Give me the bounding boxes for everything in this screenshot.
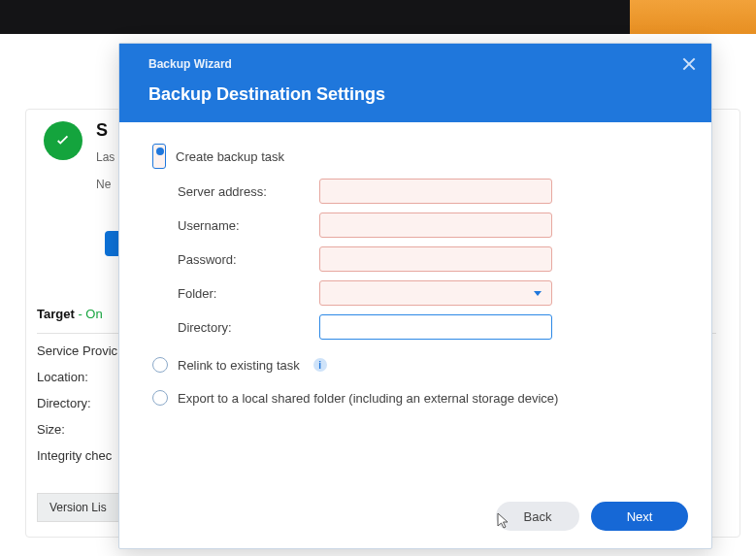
label-folder: Folder: — [178, 286, 319, 301]
radio-icon[interactable] — [152, 390, 168, 406]
version-list-button[interactable]: Version Lis — [37, 493, 119, 522]
top-bar-accent — [630, 0, 756, 34]
target-status: - On — [78, 307, 102, 321]
modal-footer: Back Next — [119, 488, 711, 548]
option-export[interactable]: Export to a local shared folder (includi… — [152, 390, 682, 406]
target-label: Target — [37, 307, 75, 321]
modal-body: Create backup task Server address: Usern… — [119, 122, 711, 488]
backup-wizard-modal: Backup Wizard Backup Destination Setting… — [118, 43, 712, 549]
window-top-bar — [0, 0, 756, 34]
task-status: S Las Ne — [44, 121, 115, 193]
success-icon — [44, 121, 82, 160]
option-relink-label: Relink to existing task — [178, 358, 300, 373]
info-icon[interactable]: i — [313, 358, 327, 372]
option-export-label: Export to a local shared folder (includi… — [178, 391, 558, 406]
label-password: Password: — [178, 252, 319, 267]
label-username: Username: — [178, 218, 319, 233]
label-directory: Directory: — [178, 320, 319, 335]
next-button[interactable]: Next — [591, 502, 688, 531]
directory-input[interactable] — [319, 314, 552, 340]
chevron-down-icon — [534, 291, 542, 296]
modal-title: Backup Destination Settings — [148, 84, 690, 105]
radio-icon[interactable] — [152, 357, 168, 373]
task-line-1: Las — [96, 148, 115, 166]
password-input[interactable] — [319, 246, 552, 272]
option-relink[interactable]: Relink to existing task i — [152, 357, 682, 373]
back-button[interactable]: Back — [496, 502, 579, 531]
option-create-label: Create backup task — [176, 149, 284, 164]
modal-wizard-label: Backup Wizard — [148, 57, 690, 71]
label-server: Server address: — [178, 184, 319, 199]
username-input[interactable] — [319, 213, 552, 238]
server-address-input[interactable] — [319, 179, 552, 204]
folder-select[interactable] — [319, 280, 552, 306]
modal-header: Backup Wizard Backup Destination Setting… — [119, 44, 711, 122]
task-title: S — [96, 121, 115, 139]
option-create-backup[interactable]: Create backup task — [152, 144, 682, 169]
task-line-2: Ne — [96, 176, 115, 193]
close-icon[interactable] — [682, 57, 696, 71]
background-button-partial[interactable] — [105, 231, 118, 256]
radio-selected-icon[interactable] — [152, 144, 166, 169]
